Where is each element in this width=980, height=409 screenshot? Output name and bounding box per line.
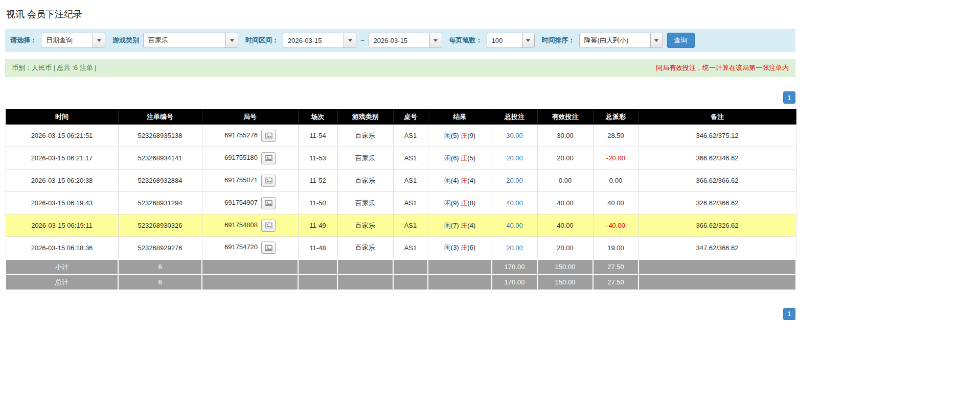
- table-row: 2026-03-15 06:19:11 523268930326 6917548…: [6, 214, 796, 237]
- game-type-label: 游戏类别: [112, 36, 139, 45]
- cell-time: 2026-03-15 06:18:36: [6, 237, 118, 259]
- cell-game-type: 百家乐: [337, 147, 393, 170]
- cell-game-type: 百家乐: [337, 214, 393, 237]
- round-id-text: 691755276: [224, 131, 258, 139]
- video-replay-button[interactable]: [261, 152, 276, 164]
- video-replay-button[interactable]: [261, 175, 276, 187]
- cell-table-no: AS1: [393, 147, 428, 170]
- cell-round-id: 691754720: [202, 237, 298, 259]
- column-header: 桌号: [393, 109, 428, 125]
- result-banker-score: (8): [467, 199, 475, 207]
- total-label: 总计: [6, 275, 118, 290]
- subtotal-payout: 27.50: [593, 259, 639, 275]
- film-icon: [265, 222, 272, 229]
- cell-bet-id: 523268929276: [118, 237, 202, 259]
- cell-remark: 347.62/366.62: [639, 237, 796, 259]
- total-bet-link[interactable]: 20.00: [506, 244, 523, 252]
- video-replay-button[interactable]: [261, 242, 276, 254]
- total-total-bet: 170.00: [492, 275, 537, 290]
- chevron-down-icon[interactable]: [429, 33, 442, 47]
- video-replay-button[interactable]: [261, 197, 276, 209]
- result-player-label: 闲: [444, 199, 451, 207]
- table-row: 2026-03-15 06:21:17 523268934141 6917551…: [6, 147, 796, 170]
- subtotal-valid-bet: 150.00: [537, 259, 593, 275]
- film-icon: [265, 132, 272, 139]
- page-size-select[interactable]: 100: [487, 33, 535, 48]
- result-player-score: (5): [451, 132, 459, 139]
- total-bet-link[interactable]: 20.00: [506, 154, 523, 162]
- cell-total-bet: 30.00: [492, 125, 537, 147]
- video-replay-button[interactable]: [261, 220, 276, 232]
- result-banker-score: (4): [467, 222, 475, 229]
- date-from-select[interactable]: 2026-03-15: [283, 33, 356, 48]
- total-bet-link[interactable]: 40.00: [506, 222, 523, 229]
- page-1-button[interactable]: 1: [783, 308, 795, 320]
- result-player-score: (9): [451, 199, 459, 207]
- game-type-value: 百家乐: [144, 33, 225, 47]
- date-range-label: 时间区间：: [245, 36, 279, 45]
- subtotal-total-bet: 170.00: [492, 259, 537, 275]
- result-player-score: (3): [451, 244, 459, 251]
- video-replay-button[interactable]: [261, 130, 276, 142]
- chevron-down-icon[interactable]: [522, 33, 534, 47]
- chevron-down-icon[interactable]: [344, 33, 356, 47]
- total-bet-link[interactable]: 30.00: [506, 132, 523, 139]
- cell-valid-bet: 0.00: [537, 170, 593, 192]
- cell-result: 闲(9) 庄(8): [428, 192, 492, 214]
- result-player-label: 闲: [444, 222, 451, 229]
- table-row: 2026-03-15 06:21:51 523268935138 6917552…: [6, 125, 796, 147]
- cell-remark: 326.62/366.62: [639, 192, 796, 214]
- search-button[interactable]: 查询: [667, 33, 695, 48]
- column-header: 时间: [6, 109, 118, 125]
- result-banker-score: (5): [467, 154, 475, 162]
- table-row: 2026-03-15 06:19:43 523268931294 6917549…: [6, 192, 796, 214]
- result-player-label: 闲: [444, 177, 451, 184]
- round-id-text: 691754907: [224, 199, 258, 206]
- cell-result: 闲(3) 庄(6): [428, 237, 492, 259]
- cell-total-bet: 40.00: [492, 214, 537, 237]
- cell-valid-bet: 40.00: [537, 214, 593, 237]
- result-player-label: 闲: [444, 244, 451, 251]
- cell-session: 11-52: [298, 170, 337, 192]
- cell-round-id: 691755276: [202, 125, 298, 147]
- chevron-down-icon[interactable]: [93, 33, 105, 47]
- cell-bet-id: 523268935138: [118, 125, 202, 147]
- filter-bar: 请选择： 日期查询 游戏类别 百家乐 时间区间： 2026-03-15 ~ 20…: [5, 29, 795, 52]
- cell-valid-bet: 20.00: [537, 237, 593, 259]
- date-from-value: 2026-03-15: [283, 33, 344, 47]
- cell-table-no: AS1: [393, 214, 428, 237]
- date-to-value: 2026-03-15: [369, 33, 429, 47]
- query-mode-select[interactable]: 日期查询: [41, 33, 105, 48]
- result-banker-label: 庄: [461, 177, 467, 184]
- cell-result: 闲(7) 庄(4): [428, 214, 492, 237]
- total-bet-link[interactable]: 40.00: [506, 199, 523, 207]
- table-body: 2026-03-15 06:21:51 523268935138 6917552…: [6, 125, 796, 259]
- cell-time: 2026-03-15 06:19:11: [6, 214, 118, 237]
- cell-total-bet: 40.00: [492, 192, 537, 214]
- date-to-select[interactable]: 2026-03-15: [369, 33, 442, 48]
- round-id-text: 691754808: [224, 221, 258, 229]
- time-sort-select[interactable]: 降冪(由大到小): [579, 33, 663, 48]
- result-banker-label: 庄: [461, 199, 467, 207]
- total-bet-link[interactable]: 20.00: [506, 177, 523, 184]
- chevron-down-icon[interactable]: [225, 33, 238, 47]
- bet-records-table: 时间注单编号局号场次游戏类别桌号结果总投注有效投注总派彩备注 2026-03-1…: [5, 109, 796, 291]
- chevron-down-icon[interactable]: [650, 33, 663, 47]
- total-payout: 27.50: [593, 275, 639, 290]
- column-header: 有效投注: [537, 109, 593, 125]
- cell-bet-id: 523268931294: [118, 192, 202, 214]
- cell-total-bet: 20.00: [492, 237, 537, 259]
- page-title: 视讯 会员下注纪录: [6, 8, 795, 20]
- cell-total-bet: 20.00: [492, 147, 537, 170]
- page-1-button[interactable]: 1: [783, 91, 795, 104]
- result-player-score: (7): [451, 222, 459, 229]
- cell-round-id: 691754907: [202, 192, 298, 214]
- cell-valid-bet: 30.00: [537, 125, 593, 147]
- page-size-value: 100: [487, 33, 522, 47]
- result-banker-score: (4): [467, 177, 475, 184]
- cell-payout: 19.00: [593, 237, 639, 259]
- game-type-select[interactable]: 百家乐: [143, 33, 238, 48]
- cell-bet-id: 523268932884: [118, 170, 202, 192]
- column-header: 局号: [202, 109, 298, 125]
- subtotal-label: 小计: [6, 259, 118, 275]
